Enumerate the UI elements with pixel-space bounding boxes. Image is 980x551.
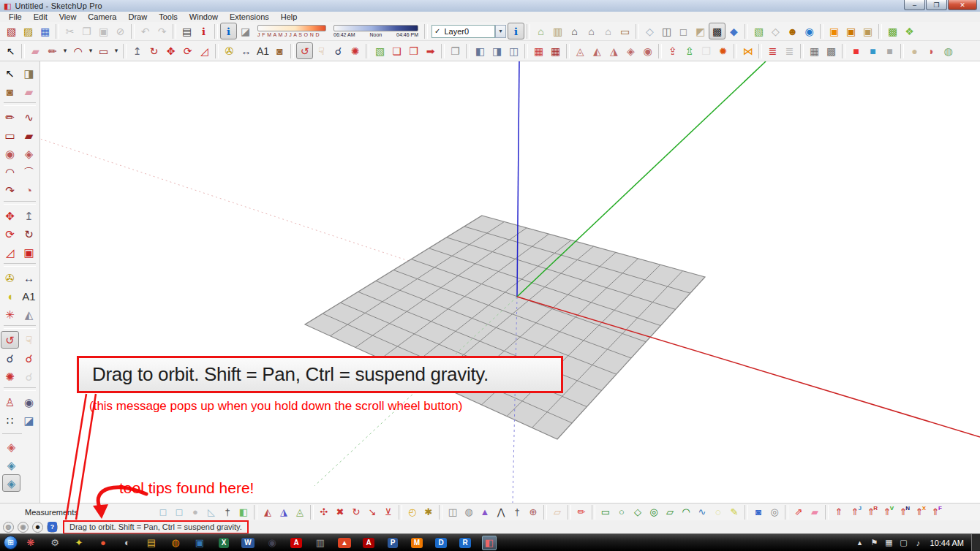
zoom-extents-l-button[interactable]: ✺ xyxy=(1,368,19,385)
tray-update-button[interactable]: ▦ xyxy=(883,536,895,550)
dome-tool-button[interactable]: ● xyxy=(906,42,923,59)
shape-arc-button[interactable]: ◠ xyxy=(678,504,694,520)
terrain-tool-4-button[interactable]: ◈ xyxy=(622,42,639,59)
3d-viewport[interactable] xyxy=(40,61,980,503)
tray-flag-button[interactable]: ⚑ xyxy=(869,536,881,550)
app-acrobat-button[interactable]: A xyxy=(289,536,304,550)
mirror-tool-button[interactable]: ⋈ xyxy=(739,42,756,59)
toggle-terrain-button[interactable]: ◇ xyxy=(767,23,784,39)
terrain-tool-3-button[interactable]: ◮ xyxy=(606,42,622,59)
app-settings-button[interactable]: ⚙ xyxy=(48,536,62,550)
clock-tool-button[interactable]: ◴ xyxy=(404,504,421,520)
pan-tool-button[interactable]: ☟ xyxy=(313,42,330,59)
line-l-button[interactable]: ✏ xyxy=(1,108,19,126)
layers-gray-button[interactable]: ≣ xyxy=(781,42,798,59)
vertex-spin-button[interactable]: ↻ xyxy=(348,504,364,520)
smoove-tool-button[interactable]: ◭ xyxy=(260,504,276,520)
app-blue-square-button[interactable]: ▣ xyxy=(192,536,207,550)
shape-parallelogram-button[interactable]: ▱ xyxy=(662,504,678,520)
xray-mode-button[interactable]: ◇ xyxy=(641,23,658,39)
menu-item-file[interactable]: File xyxy=(3,12,28,21)
shape-ellipse-button[interactable]: ◎ xyxy=(646,504,662,520)
layer-combo-box[interactable]: ✓ Layer0 xyxy=(431,25,495,38)
poly-blue-tool-button[interactable]: ◙ xyxy=(750,504,766,520)
layer-dropdown[interactable]: ✓ Layer0 ▾ xyxy=(431,25,506,38)
scale-tool-button[interactable]: ◿ xyxy=(196,42,213,59)
dimension-tool-button[interactable]: ↔ xyxy=(238,42,255,59)
solid-gray-box-button[interactable]: ■ xyxy=(881,42,898,59)
knife-tool-button[interactable]: † xyxy=(219,504,235,520)
get-models-button[interactable]: ⌂ xyxy=(532,23,549,39)
rectangle-tool-button[interactable]: ▭ xyxy=(95,42,112,59)
share-component-button[interactable]: ⌂ xyxy=(566,23,583,39)
photo-textures-button[interactable]: ☻ xyxy=(784,23,801,39)
app-opera-orange-button[interactable]: ◍ xyxy=(168,536,183,550)
vertex-rainbow-button[interactable]: ✣ xyxy=(316,504,332,520)
wedge-tool-button[interactable]: ◺ xyxy=(203,504,219,520)
arc-tool-button[interactable]: ◠ xyxy=(69,42,86,59)
angle-tool-button[interactable]: ⋀ xyxy=(493,504,509,520)
red-grid-1-button[interactable]: ▦ xyxy=(530,42,547,59)
app-remote-button[interactable]: R xyxy=(458,536,472,550)
make-component-button[interactable]: ◨ xyxy=(20,64,38,82)
select-tool-button[interactable]: ↖ xyxy=(2,42,19,59)
export-2d-button[interactable]: ➡ xyxy=(422,42,439,59)
section-tool-2-button[interactable]: ◈ xyxy=(2,438,20,455)
position-camera-button[interactable]: ♙ xyxy=(1,393,19,411)
import-model-button[interactable]: ⇫ xyxy=(681,42,698,59)
layer-manager-button[interactable]: ℹ xyxy=(508,23,524,39)
add-location-button[interactable]: ▧ xyxy=(750,23,767,39)
app-sketchup-button[interactable]: ◧ xyxy=(482,536,497,550)
curve-tool-button[interactable]: ∿ xyxy=(694,504,710,520)
soften-sphere-button[interactable]: ● xyxy=(187,504,203,520)
print-button[interactable]: ▤ xyxy=(178,23,195,39)
user-profile-button[interactable]: ☻ xyxy=(32,522,43,533)
lasso-tool-button[interactable]: ✎ xyxy=(726,504,742,520)
shape-rectangle-button[interactable]: ▭ xyxy=(598,504,614,520)
move-vertex-tool-button[interactable]: ⇗ xyxy=(791,504,807,520)
soft-eraser-tool-button[interactable]: ▰ xyxy=(807,504,823,520)
shape-hexagon-button[interactable]: ◇ xyxy=(630,504,646,520)
lift-tool-x-button[interactable]: ⇑X xyxy=(911,504,927,520)
tray-network-button[interactable]: ▢ xyxy=(898,536,910,550)
loop-tool-button[interactable]: ◌ xyxy=(710,504,726,520)
app-excel-button[interactable]: X xyxy=(216,536,231,550)
app-player-button[interactable]: ◐ xyxy=(120,536,135,550)
monochrome-mode-button[interactable]: ◆ xyxy=(725,23,742,39)
app-publisher-button[interactable]: P xyxy=(385,536,400,550)
orbit-l-button[interactable]: ↺ xyxy=(1,331,19,349)
app-photos-button[interactable]: ✦ xyxy=(72,536,86,550)
menu-item-tools[interactable]: Tools xyxy=(153,12,184,21)
rotated-rectangle-button[interactable]: ▰ xyxy=(20,126,38,144)
app-reader-button[interactable]: A xyxy=(361,536,376,550)
component-edit-2-button[interactable]: ◨ xyxy=(489,42,505,59)
section-plane-button[interactable]: ◪ xyxy=(20,411,38,429)
freehand-button[interactable]: ∿ xyxy=(20,108,38,126)
rotate-l-button[interactable]: ⟳ xyxy=(1,225,19,243)
circle-tool-button[interactable]: ◉ xyxy=(1,145,19,162)
pan-l-button[interactable]: ☟ xyxy=(20,331,38,349)
zoom-extents-button[interactable]: ✺ xyxy=(347,42,363,59)
google-earth-button[interactable]: ◉ xyxy=(801,23,818,39)
warehouse-button[interactable]: ▭ xyxy=(617,23,633,39)
shape-circle-button[interactable]: ○ xyxy=(614,504,630,520)
section-display-button[interactable]: ▣ xyxy=(843,23,859,39)
app-docs-button[interactable]: D xyxy=(434,536,448,550)
layer-dropdown-arrow[interactable]: ▾ xyxy=(495,25,506,38)
wireframe-mode-button[interactable]: ◫ xyxy=(658,23,675,39)
hidden-line-mode-button[interactable]: ◻ xyxy=(675,23,692,39)
rectangle-l-button[interactable]: ▭ xyxy=(1,126,19,144)
pie-tool-button[interactable]: ◔ xyxy=(20,181,38,199)
shadow-time-track[interactable] xyxy=(333,25,418,31)
app-media-button[interactable]: ❋ xyxy=(23,536,38,550)
app-notes-button[interactable]: ▥ xyxy=(313,536,328,550)
grid-tool-a-button[interactable]: ▦ xyxy=(806,42,823,59)
menu-item-edit[interactable]: Edit xyxy=(28,12,53,21)
move-l-button[interactable]: ✥ xyxy=(1,207,19,224)
add-location-2-button[interactable]: ▧ xyxy=(372,42,388,59)
lift-tool-f-button[interactable]: ⇑F xyxy=(927,504,943,520)
eraser-tool-button[interactable]: ▰ xyxy=(27,42,44,59)
terrain-tool-2-button[interactable]: ◭ xyxy=(589,42,606,59)
stamp-tool-button[interactable]: ◮ xyxy=(276,504,292,520)
offset-tool-button[interactable]: ▣ xyxy=(20,243,38,261)
